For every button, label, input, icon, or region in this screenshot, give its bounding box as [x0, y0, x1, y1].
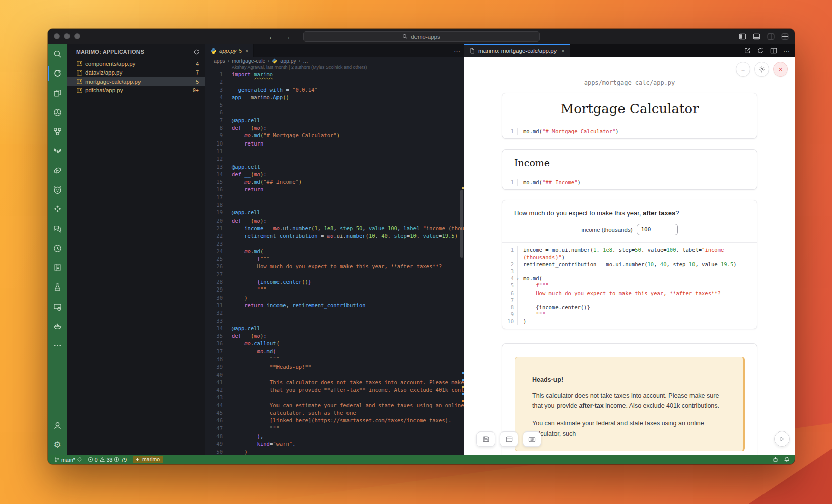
toggle-primary-sidebar-icon[interactable]	[739, 33, 746, 40]
line-number: 8	[502, 304, 517, 311]
code-line-41: 41 This calculator does not take taxes i…	[205, 379, 464, 386]
traffic-lights	[54, 33, 80, 39]
code-line-4: 4app = marimo.App()	[205, 94, 464, 101]
breadcrumb-file[interactable]: app.py	[280, 58, 296, 64]
preview-code-line: 4∨ mo.md(	[502, 275, 757, 282]
file-row-mortgage-calc-app-py[interactable]: mortgage-calc/app.py 5	[67, 77, 205, 86]
close-tab-icon[interactable]: ×	[561, 48, 564, 54]
forward-icon[interactable]: →	[284, 33, 291, 41]
cell-code[interactable]: 1 mo.md("# Mortgage Calculator")	[502, 124, 757, 138]
code-line-30: 30 )	[205, 294, 464, 302]
app-settings-button[interactable]	[754, 62, 769, 77]
activity-item-globe-ball[interactable]	[48, 161, 67, 181]
reload-preview-icon[interactable]	[757, 47, 764, 54]
line-number: 9	[205, 132, 223, 139]
marimo-webview: ≡ × apps/mortgage-calc/app.py Mortgage C…	[464, 57, 795, 455]
preview-code-line: 5 f"""	[502, 282, 757, 289]
editor-group-left: app.py 5 × ⋯ apps› mortgage-calc› app.py…	[205, 44, 464, 455]
refresh-icon[interactable]	[193, 49, 200, 55]
customize-layout-icon[interactable]	[781, 33, 789, 40]
code-line-31: 31 return income, retirement_contributio…	[205, 302, 464, 309]
back-icon[interactable]: ←	[268, 33, 275, 41]
preview-tab-label: marimo: mortgage-calc/app.py	[478, 48, 557, 54]
code-line-47: 47 """	[205, 425, 464, 433]
code-line-44: 44 You can estimate your federal and sta…	[205, 402, 464, 409]
toggle-secondary-sidebar-icon[interactable]	[767, 33, 775, 40]
cell-code[interactable]: 1 mo.md("## Income")	[502, 175, 757, 189]
editor-tabbar: app.py 5 × ⋯	[205, 44, 464, 57]
open-external-icon[interactable]	[744, 47, 751, 54]
warn-callout: Heads-up! This calculator does not take …	[515, 357, 745, 451]
fold-chevron-icon[interactable]: ∨	[517, 275, 519, 282]
shutdown-button[interactable]: ×	[773, 62, 788, 77]
tab-marimo-preview[interactable]: marimo: mortgage-calc/app.py ×	[464, 44, 570, 57]
line-number: 46	[205, 417, 223, 424]
activity-item-terraform[interactable]	[48, 141, 67, 161]
activity-item-docker-whale[interactable]	[48, 316, 67, 336]
line-number: 33	[205, 317, 223, 325]
file-row-pdfchat-app-py[interactable]: pdfchat/app.py 9+	[67, 86, 205, 95]
keyboard-shortcuts-button[interactable]	[523, 431, 541, 447]
run-button[interactable]	[774, 431, 790, 447]
more-actions-icon[interactable]: ⋯	[783, 47, 790, 55]
code-line-28: 28 {income.center()}	[205, 278, 464, 286]
close-tab-icon[interactable]: ×	[245, 48, 248, 54]
editor-group-right: marimo: mortgage-calc/app.py × ⋯ ≡ ×	[464, 44, 795, 455]
activity-item-remote-window[interactable]	[48, 297, 67, 317]
tab-app-py[interactable]: app.py 5 ×	[205, 44, 254, 57]
menu-button[interactable]: ≡	[736, 62, 750, 77]
code-editor[interactable]: 1import marimo23__generated_with = "0.0.…	[205, 70, 464, 455]
copilot-robot-icon[interactable]	[772, 456, 779, 463]
file-row-dataviz-app-py[interactable]: dataviz/app.py 7	[67, 68, 205, 78]
line-number: 42	[205, 386, 223, 394]
breadcrumb-apps[interactable]: apps	[214, 58, 225, 64]
code-line-11: 11	[205, 148, 464, 155]
file-row-components-app-py[interactable]: components/app.py 4	[67, 59, 205, 68]
activity-item-test-beaker[interactable]	[48, 277, 67, 297]
git-branch-item[interactable]: main*	[53, 455, 84, 464]
panel-button[interactable]	[500, 431, 518, 447]
cell-code[interactable]: 1 income = mo.ui.number(1, 1e8, step=50,…	[502, 243, 757, 328]
split-editor-icon[interactable]	[770, 47, 777, 54]
code-line-10: 10 return	[205, 140, 464, 148]
activity-item-comments[interactable]	[48, 219, 67, 239]
minimize-window-button[interactable]	[64, 33, 70, 39]
notifications-bell-icon[interactable]	[784, 456, 790, 463]
breadcrumb-folder[interactable]: mortgage-calc	[232, 58, 265, 64]
status-bar-right	[772, 456, 790, 463]
activity-item-marimo[interactable]	[48, 64, 67, 84]
activity-item-account[interactable]	[48, 416, 67, 436]
activity-item-search[interactable]	[48, 44, 67, 64]
save-button[interactable]	[476, 431, 495, 447]
line-number: 2	[205, 78, 223, 86]
tab-overflow-icon[interactable]: ⋯	[454, 44, 460, 57]
command-center-search[interactable]: demo-apps	[303, 31, 540, 42]
activity-item-history-clock[interactable]	[48, 239, 67, 258]
close-window-button[interactable]	[54, 33, 60, 39]
code-line-39: 39 **Heads-up!**	[205, 363, 464, 371]
problems-item[interactable]: 0 33 79	[86, 455, 128, 464]
github-icon	[53, 186, 62, 194]
activity-item-diamonds[interactable]	[48, 200, 67, 220]
gear-icon: ⚙	[53, 441, 61, 449]
maximize-window-button[interactable]	[74, 33, 80, 39]
income-number-input[interactable]	[637, 224, 678, 235]
code-line-23: 23	[205, 240, 464, 248]
file-problem-badge: 5	[196, 79, 199, 85]
activity-item-settings-gear[interactable]: ⚙	[48, 435, 67, 455]
activity-item-github[interactable]	[48, 180, 67, 200]
toggle-panel-icon[interactable]	[753, 33, 760, 40]
marimo-status-badge[interactable]: marimo	[133, 456, 163, 463]
activity-item-linked-nodes[interactable]	[48, 122, 67, 141]
history-nav: ← →	[268, 29, 291, 44]
line-number: 1	[502, 128, 517, 135]
editor-scrollbar[interactable]	[460, 190, 463, 258]
activity-item-run-graph[interactable]	[48, 103, 67, 122]
line-number: 50	[205, 448, 223, 455]
file-name: mortgage-calc/app.py	[85, 79, 196, 85]
activity-item-copy-pages[interactable]	[48, 83, 67, 103]
breadcrumb-symbol[interactable]: …	[303, 58, 308, 64]
activity-item-notebook[interactable]	[48, 258, 67, 278]
activity-item-more-dots[interactable]	[48, 336, 67, 355]
line-number: 4	[205, 94, 223, 101]
